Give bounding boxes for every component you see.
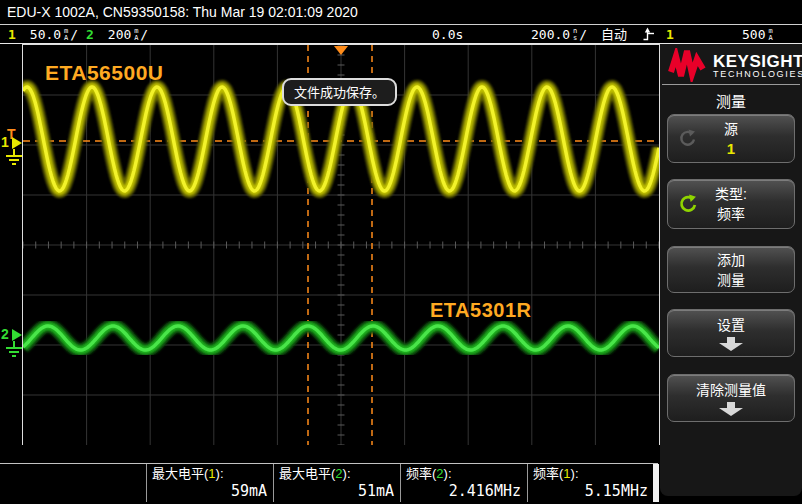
file-saved-toast: 文件成功保存。 [282,78,397,106]
trigger-level-readout: 500mA [742,26,774,43]
brand-subname: TECHNOLOGIES [713,69,802,79]
titlebar: EDU-X 1002A, CN59350158: Thu Mar 19 02:0… [0,0,802,25]
oscilloscope-screen: { "window": { "title": "EDU-X 1002A, CN5… [0,0,802,504]
svg-text:2: 2 [1,326,9,342]
cycle-icon-active [678,194,697,216]
down-arrow-icon [713,337,749,352]
add-measurement-button[interactable]: 添加 测量 [667,246,795,293]
waveform-display: ETA56500U ETA5301R 文件成功保存。 [22,44,660,446]
trigger-mode-readout: 自动 [601,26,627,43]
type-softkey-button[interactable]: 类型: 频率 [667,179,795,229]
softkey-sidebar: KEYSIGHT TECHNOLOGIES 测量 源 1 类型: 频率 添加 测… [660,44,802,496]
trigger-source-readout: 1 [666,26,674,43]
measurement-cell-frequency-1: 频率(1): 5.15MHz [527,464,654,502]
measurement-bar: 最大电平(1): 59mA 最大电平(2): 51mA 频率(2): 2.416… [0,445,660,504]
settings-button-label: 设置 [668,315,794,335]
ch1-ground-marker: 1 [1,132,25,174]
clear-measurements-button[interactable]: 清除测量值 [667,374,795,422]
measurement-value: 59mA [152,482,267,500]
ch2-number: 2 [86,26,94,43]
source-softkey-button[interactable]: 源 1 [667,114,795,163]
keysight-spark-icon [668,48,706,82]
measurement-value: 2.416MHz [406,482,521,500]
scroll-indicator[interactable] [653,464,659,502]
ch2-scale-readout: 2 200mA/ [86,26,148,43]
ch2-ground-marker: 2 [1,324,25,366]
keysight-logo: KEYSIGHT TECHNOLOGIES [668,48,798,86]
measurement-cell-frequency-2: 频率(2): 2.416MHz [400,464,527,502]
ch1-annotation-label: ETA56500U [45,61,164,85]
brand-name: KEYSIGHT [713,54,802,69]
measurement-cell-max-level-2: 最大电平(2): 51mA [273,464,400,502]
ch1-scale-readout: 1 50.0mA/ [8,26,78,43]
sidebar-divider [662,84,800,85]
timebase-readout: 200.0ns/ [531,26,587,43]
trigger-edge-icon [643,26,655,43]
settings-button[interactable]: 设置 [667,309,795,357]
measurement-value: 51mA [279,482,394,500]
status-bar: 1 50.0mA/ 2 200mA/ 0.0s 200.0ns/ 自动 1 50… [0,26,802,44]
measurement-value: 5.15MHz [533,482,648,500]
measurement-cell-max-level-1: 最大电平(1): 59mA [146,464,273,502]
menu-title: 测量 [660,90,802,111]
ch2-annotation-label: ETA5301R [430,299,531,322]
down-arrow-icon [713,402,749,417]
clear-button-label: 清除测量值 [668,380,794,400]
time-offset-readout: 0.0s [432,26,463,43]
cycle-icon-disabled [678,129,696,150]
ch1-number: 1 [8,26,16,43]
svg-text:1: 1 [1,134,9,150]
